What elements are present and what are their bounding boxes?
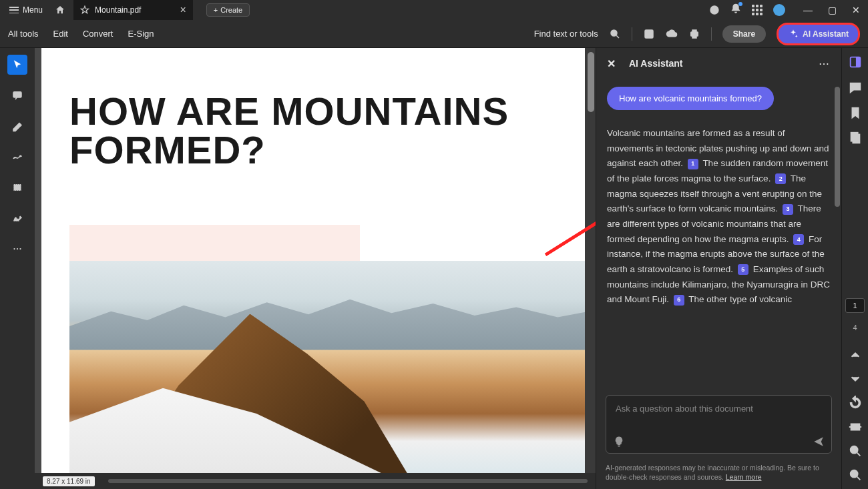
menu-button[interactable]: Menu [5, 3, 47, 17]
comments-icon[interactable] [848, 80, 863, 95]
highlight-tool[interactable] [7, 116, 27, 136]
divider [711, 27, 712, 41]
citation-3[interactable]: 3 [783, 204, 793, 215]
ai-scrollbar[interactable] [833, 87, 841, 388]
close-tab-icon[interactable]: × [180, 4, 186, 16]
document-page[interactable]: HOW ARE MOUNTAINS FORMED? [41, 48, 589, 473]
svg-text:A: A [16, 185, 19, 191]
plus-icon: + [214, 6, 218, 14]
ai-disclaimer: AI-generated responses may be inaccurate… [596, 460, 841, 489]
vertical-scrollbar[interactable] [585, 48, 596, 473]
find-label: Find text or tools [534, 29, 598, 39]
input-placeholder: Ask a question about this document [606, 396, 831, 422]
ai-answer: Volcanic mountains are formed as a resul… [607, 126, 831, 308]
zoom-in-icon[interactable] [848, 444, 863, 458]
send-icon[interactable] [813, 436, 825, 448]
horizontal-scrollbar[interactable] [108, 479, 588, 483]
citation-5[interactable]: 5 [738, 264, 748, 275]
profile-avatar[interactable] [773, 4, 785, 16]
svg-rect-17 [853, 135, 859, 143]
svg-point-12 [19, 248, 21, 250]
bookmarks-icon[interactable] [848, 105, 863, 120]
minimize-icon[interactable]: — [801, 5, 815, 15]
svg-rect-15 [855, 57, 859, 67]
notifications-icon[interactable] [730, 3, 741, 17]
page-up-icon[interactable] [848, 348, 863, 362]
menu-label: Menu [23, 5, 43, 15]
tab-title: Mountain.pdf [95, 5, 141, 15]
svg-rect-7 [13, 92, 21, 97]
question-chip[interactable]: How are volcanic mountains formed? [607, 87, 774, 110]
create-button[interactable]: + Create [206, 3, 250, 17]
fit-width-icon[interactable] [848, 420, 863, 434]
create-label: Create [220, 6, 242, 14]
print-icon[interactable] [688, 28, 700, 40]
pages-icon[interactable] [848, 131, 863, 145]
svg-point-1 [714, 12, 714, 13]
hamburger-icon [9, 7, 19, 13]
esign-menu[interactable]: E-Sign [128, 29, 154, 39]
ai-assistant-button[interactable]: AI Assistant [777, 23, 860, 45]
help-icon[interactable] [709, 5, 720, 15]
document-image [69, 225, 589, 473]
close-window-icon[interactable]: ✕ [849, 5, 863, 15]
sign-tool[interactable] [7, 208, 27, 228]
save-icon[interactable] [643, 28, 655, 40]
ai-assistant-panel: ✕ AI Assistant ⋯ How are volcanic mounta… [596, 48, 841, 489]
search-icon[interactable] [609, 28, 621, 40]
share-button[interactable]: Share [722, 25, 766, 43]
ai-question-input[interactable]: Ask a question about this document [606, 395, 832, 454]
comment-tool[interactable] [7, 85, 27, 105]
sparkle-icon [788, 29, 799, 39]
svg-rect-5 [692, 30, 696, 32]
citation-1[interactable]: 1 [688, 159, 698, 169]
page-down-icon[interactable] [848, 372, 863, 386]
edit-menu[interactable]: Edit [53, 29, 68, 39]
apps-grid-icon[interactable] [752, 5, 763, 15]
ai-assistant-label: AI Assistant [803, 29, 849, 39]
svg-rect-6 [692, 35, 696, 38]
ai-panel-toggle-icon[interactable] [848, 55, 863, 69]
home-icon[interactable] [55, 5, 65, 15]
svg-rect-18 [851, 424, 859, 430]
panel-more-icon[interactable]: ⋯ [819, 57, 831, 70]
document-tab[interactable]: Mountain.pdf × [73, 0, 193, 20]
maximize-icon[interactable]: ▢ [825, 5, 839, 15]
svg-point-11 [17, 248, 18, 250]
star-icon [80, 5, 89, 15]
rotate-icon[interactable] [848, 396, 863, 410]
all-tools-menu[interactable]: All tools [8, 29, 39, 39]
close-panel-icon[interactable]: ✕ [607, 57, 616, 70]
suggestions-icon[interactable] [613, 436, 625, 448]
divider [632, 27, 632, 41]
text-select-tool[interactable]: A [7, 177, 27, 197]
svg-point-10 [13, 248, 15, 250]
more-tools[interactable] [7, 239, 27, 259]
total-pages: 4 [853, 324, 857, 332]
learn-more-link[interactable]: Learn more [726, 473, 762, 481]
selection-tool[interactable] [7, 55, 27, 75]
zoom-out-icon[interactable] [848, 468, 863, 482]
convert-menu[interactable]: Convert [83, 29, 114, 39]
cloud-icon[interactable] [666, 28, 678, 40]
page-dimensions: 8.27 x 11.69 in [43, 476, 95, 486]
draw-tool[interactable] [7, 147, 27, 167]
citation-2[interactable]: 2 [775, 173, 786, 184]
svg-point-2 [611, 30, 617, 36]
citation-4[interactable]: 4 [793, 234, 804, 245]
current-page-input[interactable]: 1 [845, 298, 864, 313]
citation-6[interactable]: 6 [674, 295, 684, 306]
document-heading: HOW ARE MOUNTAINS FORMED? [41, 48, 589, 169]
ai-panel-title: AI Assistant [629, 58, 805, 69]
